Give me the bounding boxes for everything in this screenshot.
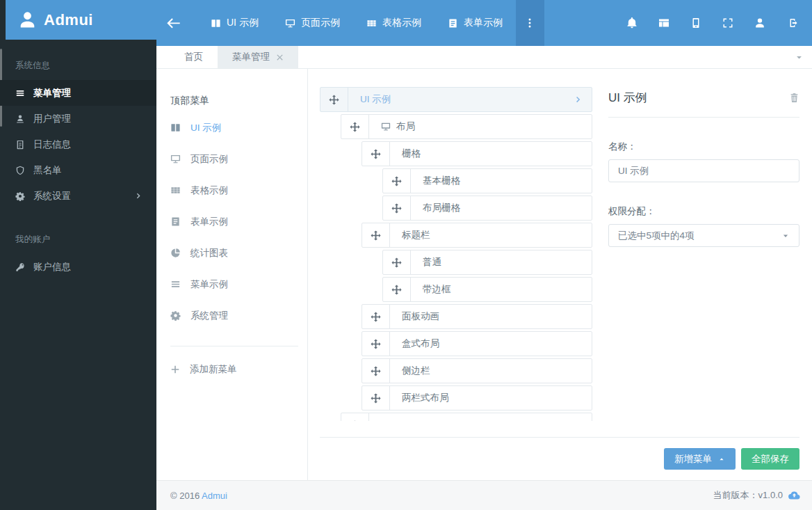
menu-panel-item-icon: [170, 310, 181, 321]
save-all-button-label: 全部保存: [752, 453, 789, 465]
menu-panel-item-ui-demo[interactable]: UI 示例: [170, 112, 307, 143]
navbar-icon-button-notifications-button[interactable]: [616, 0, 648, 46]
menu-panel-item-icon: [170, 216, 181, 227]
tree-row[interactable]: 基本栅格: [382, 168, 592, 193]
menu-panel-item-icon: [170, 185, 181, 196]
drag-handle[interactable]: [320, 88, 348, 111]
sidebar-item-label: 菜单管理: [33, 87, 71, 99]
chevron-right-icon: [135, 192, 143, 200]
more-menu-button[interactable]: [516, 0, 544, 46]
tree-row[interactable]: 标题栏: [362, 223, 592, 248]
top-navbar: Admui UI 示例 页面示例 表格示例 表单示例: [0, 0, 812, 46]
sidebar-item-menu-management[interactable]: 菜单管理: [0, 80, 156, 106]
move-icon: [371, 366, 381, 376]
detail-title: UI 示例: [608, 90, 647, 106]
tree-row[interactable]: 普通: [382, 250, 592, 275]
footer-brand-link[interactable]: Admui: [202, 491, 227, 501]
tree-row-label: 带边框: [423, 283, 451, 296]
menu-panel-item-label: UI 示例: [190, 122, 221, 134]
detail-header: UI 示例: [608, 90, 799, 106]
brand-logo[interactable]: Admui: [6, 0, 156, 40]
sidebar-item-user-management[interactable]: 用户管理: [0, 106, 156, 132]
menu-panel-item-table-demo[interactable]: 表格示例: [170, 175, 307, 206]
menu-panel-item-form-demo[interactable]: 表单示例: [170, 206, 307, 237]
sidebar-section-account: 我的账户 账户信息: [0, 220, 156, 280]
tab-menu-management[interactable]: 菜单管理: [218, 46, 298, 68]
navbar-icon-button-user-button[interactable]: [744, 0, 776, 46]
sidebar-item-system-settings[interactable]: 系统设置: [0, 183, 156, 209]
drag-handle[interactable]: [341, 115, 369, 138]
tree-row-label-wrap: 栅格: [390, 142, 592, 166]
work-zone: UI 示例 布局: [308, 69, 812, 480]
save-all-button[interactable]: 全部保存: [741, 448, 799, 470]
drag-handle[interactable]: [362, 359, 390, 383]
close-tab-icon[interactable]: [276, 54, 284, 61]
sidebar-item-icon: [15, 140, 25, 150]
add-new-menu-button[interactable]: 添加新菜单: [170, 353, 307, 385]
tree-row-label: 标题栏: [402, 229, 430, 241]
navbar-icon-button-layout-button[interactable]: [648, 0, 680, 46]
add-menu-button[interactable]: 新增菜单: [664, 448, 736, 470]
navbar-icon-button-fullscreen-button[interactable]: [712, 0, 744, 46]
menu-panel-item-charts[interactable]: 统计图表: [170, 237, 307, 269]
tree-row[interactable]: UI 示例: [320, 87, 592, 112]
navbar-icon-button-logout-button[interactable]: [776, 0, 808, 46]
sidebar: 系统信息 菜单管理 用户管理 日志信息 黑名单: [0, 46, 156, 510]
move-icon: [350, 420, 360, 422]
drag-handle[interactable]: [383, 169, 411, 193]
tree-row-label-wrap: 侧边栏: [390, 359, 592, 383]
tab-list-caret-icon[interactable]: [795, 53, 804, 62]
drag-handle[interactable]: [383, 250, 411, 274]
name-input[interactable]: [608, 159, 799, 182]
drag-handle[interactable]: [383, 196, 411, 220]
tree-row[interactable]: 布局: [341, 114, 592, 139]
navbar-item[interactable]: UI 示例: [197, 0, 272, 46]
tree-row-label-wrap: 面板动画: [390, 305, 592, 328]
detail-panel: UI 示例 名称： 权限分配： 已选中5项中的4项: [608, 69, 799, 247]
tree-row[interactable]: 栅格: [362, 141, 592, 166]
move-icon: [391, 203, 402, 214]
navbar-item[interactable]: 表格示例: [353, 0, 435, 46]
tree-row[interactable]: 两栏式布局: [362, 385, 592, 411]
drag-handle[interactable]: [362, 332, 390, 356]
tab-home[interactable]: 首页: [170, 46, 218, 68]
move-icon: [391, 257, 402, 268]
arrow-left-icon: [166, 16, 181, 31]
delete-menu-trash-icon[interactable]: [789, 93, 799, 103]
navbar-icon-button-mobile-button[interactable]: [680, 0, 712, 46]
tree-row[interactable]: 盒式布局: [362, 331, 592, 356]
navbar-item[interactable]: 页面示例: [272, 0, 353, 46]
tree-row[interactable]: [341, 413, 592, 421]
add-new-menu-label: 添加新菜单: [190, 363, 237, 376]
sidebar-item-account-info[interactable]: 账户信息: [0, 254, 156, 280]
drag-handle[interactable]: [362, 386, 390, 410]
menu-panel-item-icon: [170, 154, 181, 164]
drag-handle[interactable]: [362, 223, 390, 247]
tree-row-label: 布局: [396, 120, 415, 133]
sidebar-item-blacklist[interactable]: 黑名单: [0, 157, 156, 183]
sidebar-item-log-info[interactable]: 日志信息: [0, 132, 156, 157]
navbar-item[interactable]: 表单示例: [435, 0, 516, 46]
drag-handle[interactable]: [341, 413, 369, 421]
navbar-right-icon: [690, 17, 701, 29]
tree-row[interactable]: 侧边栏: [362, 358, 592, 383]
tree-row[interactable]: 布局栅格: [382, 196, 592, 221]
tree-row-label-wrap: UI 示例: [348, 88, 574, 111]
tree-row[interactable]: 面板动画: [362, 304, 592, 329]
tree-row-label-wrap: 布局: [369, 115, 592, 138]
cloud-upload-icon[interactable]: [788, 490, 800, 502]
menu-panel-item-system-admin[interactable]: 系统管理: [170, 300, 307, 331]
menu-panel-item-menu-demo[interactable]: 菜单示例: [170, 269, 307, 300]
drag-handle[interactable]: [362, 142, 390, 166]
navbar-right-icons: [616, 0, 812, 46]
move-icon: [371, 339, 381, 349]
tab-bar: 首页 菜单管理: [156, 46, 812, 69]
back-button[interactable]: [156, 0, 197, 46]
permission-field-label: 权限分配：: [608, 205, 799, 218]
drag-handle[interactable]: [362, 305, 390, 328]
permission-select[interactable]: 已选中5项中的4项: [608, 224, 799, 247]
drag-handle[interactable]: [383, 278, 411, 301]
menu-panel-item-page-demo[interactable]: 页面示例: [170, 143, 307, 175]
tree-row-label-wrap: 基本栅格: [411, 169, 592, 193]
tree-row[interactable]: 带边框: [382, 277, 592, 302]
